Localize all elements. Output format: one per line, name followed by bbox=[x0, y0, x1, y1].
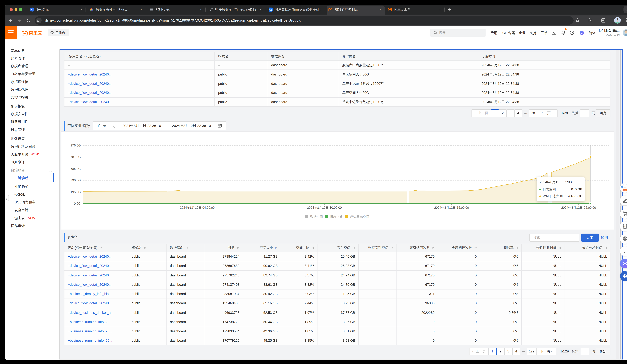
svg-text:知: 知 bbox=[269, 8, 272, 11]
svg-text:RDS: RDS bbox=[623, 190, 626, 191]
svg-text:APP: APP bbox=[623, 225, 627, 227]
